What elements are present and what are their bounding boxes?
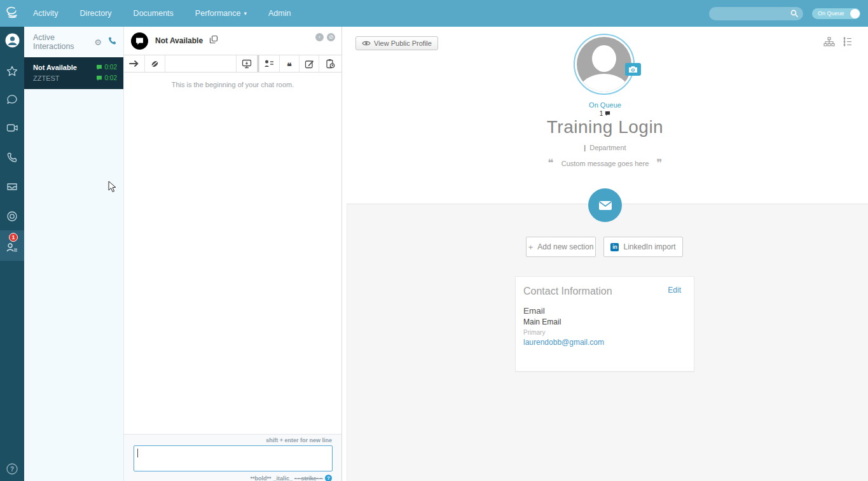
search-input[interactable] xyxy=(709,7,803,20)
rail-item-interactions-active[interactable]: 1 xyxy=(0,230,24,261)
composer-hint: shift + enter for new line xyxy=(134,437,332,445)
notifications-off-leaf-icon[interactable] xyxy=(145,55,165,72)
chat-header: Not Available ‹ ⊘ xyxy=(124,27,341,55)
profile-name: Training Login xyxy=(342,117,868,137)
chat-composer: shift + enter for new line **bold** _ita… xyxy=(124,434,341,481)
text-caret xyxy=(137,449,138,457)
nav-performance[interactable]: Performance ▾ xyxy=(195,9,247,18)
left-icon-rail: 1 ? xyxy=(0,27,24,481)
favorites-star-icon[interactable] xyxy=(0,66,24,77)
contact-email-value[interactable]: laurendobb@gmail.com xyxy=(523,338,686,347)
md-italic-hint: _italic_ xyxy=(273,475,293,481)
interaction-timer: 0:02 xyxy=(105,74,117,81)
linkedin-import-label: LinkedIn import xyxy=(623,242,675,251)
interaction-timer: 0:02 xyxy=(105,64,117,71)
copy-icon[interactable] xyxy=(209,35,218,46)
nav-directory[interactable]: Directory xyxy=(80,9,112,18)
md-strike-hint: ~~strike~~ xyxy=(294,475,323,481)
genesys-logo-icon[interactable] xyxy=(0,0,24,27)
active-chat-count: 1 xyxy=(342,110,868,117)
target-rings-icon[interactable] xyxy=(0,211,24,222)
chat-header-actions: ‹ ⊘ xyxy=(315,33,335,49)
nav-admin-label: Admin xyxy=(268,9,291,18)
main-menu: Activity Directory Documents Performance… xyxy=(33,9,291,18)
chevron-down-icon: ▾ xyxy=(244,10,247,17)
linkedin-import-button[interactable]: in LinkedIn import xyxy=(603,237,683,257)
nav-activity[interactable]: Activity xyxy=(33,9,59,18)
linkedin-icon: in xyxy=(610,243,619,251)
contact-email-kind: Primary xyxy=(523,329,686,336)
org-chart-icon[interactable] xyxy=(823,37,835,50)
view-public-profile-label: View Public Profile xyxy=(374,39,432,47)
nav-performance-label: Performance xyxy=(195,9,241,18)
participants-roster-icon[interactable] xyxy=(259,55,280,72)
md-bold-hint: **bold** xyxy=(250,475,271,481)
nav-documents-label: Documents xyxy=(134,9,174,18)
profile-picture[interactable] xyxy=(574,34,635,95)
department-cursor: | xyxy=(584,144,586,151)
chat-message-input[interactable] xyxy=(134,445,333,471)
markdown-hint: **bold** _italic_ ~~strike~~ ? xyxy=(134,475,332,481)
help-icon[interactable]: ? xyxy=(0,463,24,475)
interactions-header: Active Interactions ⚙ xyxy=(24,27,123,57)
canned-responses-quote-icon[interactable]: ❝ xyxy=(280,55,300,72)
nav-right-controls: On Queue xyxy=(709,7,868,20)
nav-activity-label: Activity xyxy=(33,9,59,18)
chat-bubble-icon xyxy=(96,75,102,81)
interactions-count-badge: 1 xyxy=(9,233,18,242)
video-icon[interactable] xyxy=(0,123,24,133)
interaction-participant: ZZTEST xyxy=(33,74,96,82)
contact-information-card: Contact Information Edit Email Main Emai… xyxy=(515,276,694,372)
add-new-section-button[interactable]: + Add new section xyxy=(526,237,596,257)
chat-beginning-message: This is the beginning of your chat room. xyxy=(124,81,341,88)
search-icon[interactable] xyxy=(790,9,799,20)
change-photo-camera-icon[interactable] xyxy=(625,63,641,76)
nav-documents[interactable]: Documents xyxy=(134,9,174,18)
profile-avatar-icon[interactable] xyxy=(0,33,24,48)
interactions-title: Active Interactions xyxy=(33,33,94,51)
open-quote-icon: ❝ xyxy=(548,160,554,167)
view-public-profile-button[interactable]: View Public Profile xyxy=(355,36,438,50)
screen-share-icon[interactable] xyxy=(237,55,258,72)
contact-email-heading: Email xyxy=(523,306,686,316)
interaction-list-item[interactable]: Not Available 0:02 ZZTEST 0:02 xyxy=(24,57,123,89)
chat-icon[interactable] xyxy=(0,94,24,106)
custom-message-field[interactable]: ❝ Custom message goes here ❞ xyxy=(342,160,868,167)
chat-toolbar: ❝ xyxy=(124,55,341,73)
activity-list-icon[interactable] xyxy=(843,36,853,50)
chat-panel: Not Available ‹ ⊘ xyxy=(124,27,342,481)
nav-admin[interactable]: Admin xyxy=(268,9,291,18)
contact-email-label: Main Email xyxy=(523,317,686,326)
toggle-knob[interactable] xyxy=(850,9,860,18)
wrapup-clipboard-icon[interactable] xyxy=(319,55,341,72)
email-action-button[interactable] xyxy=(588,188,622,222)
on-queue-toggle-label: On Queue xyxy=(812,10,844,17)
phone-icon[interactable] xyxy=(0,152,24,163)
svg-text:?: ? xyxy=(10,466,14,473)
department-placeholder: Department xyxy=(589,144,626,151)
end-chat-icon[interactable]: ⊘ xyxy=(327,33,335,41)
add-new-section-label: Add new section xyxy=(537,242,593,251)
transfer-arrow-icon[interactable] xyxy=(124,55,145,72)
top-nav-bar: Activity Directory Documents Performance… xyxy=(0,0,868,27)
contact-card-title: Contact Information xyxy=(523,286,668,297)
chat-title: Not Available xyxy=(155,36,203,45)
department-field[interactable]: |Department xyxy=(342,144,868,151)
contact-edit-link[interactable]: Edit xyxy=(668,286,686,295)
close-quote-icon: ❞ xyxy=(656,160,662,167)
status-on-queue[interactable]: On Queue xyxy=(342,101,868,109)
chat-count-value: 1 xyxy=(600,110,603,117)
notes-compose-icon[interactable] xyxy=(300,55,319,72)
dialpad-phone-icon[interactable] xyxy=(108,36,117,48)
profile-main-area: View Public Profile xyxy=(342,27,868,481)
collapse-chat-icon[interactable]: ‹ xyxy=(315,33,324,41)
markdown-help-icon[interactable]: ? xyxy=(325,475,332,481)
active-interactions-panel: Active Interactions ⚙ Not Available 0:02… xyxy=(24,27,124,481)
on-queue-toggle[interactable]: On Queue xyxy=(812,8,860,19)
inbox-icon[interactable] xyxy=(0,181,24,192)
interaction-name: Not Available xyxy=(33,64,96,71)
chat-bubble-icon xyxy=(605,111,610,116)
gear-icon[interactable]: ⚙ xyxy=(94,38,102,47)
eye-icon xyxy=(362,40,371,46)
plus-icon: + xyxy=(528,242,534,252)
